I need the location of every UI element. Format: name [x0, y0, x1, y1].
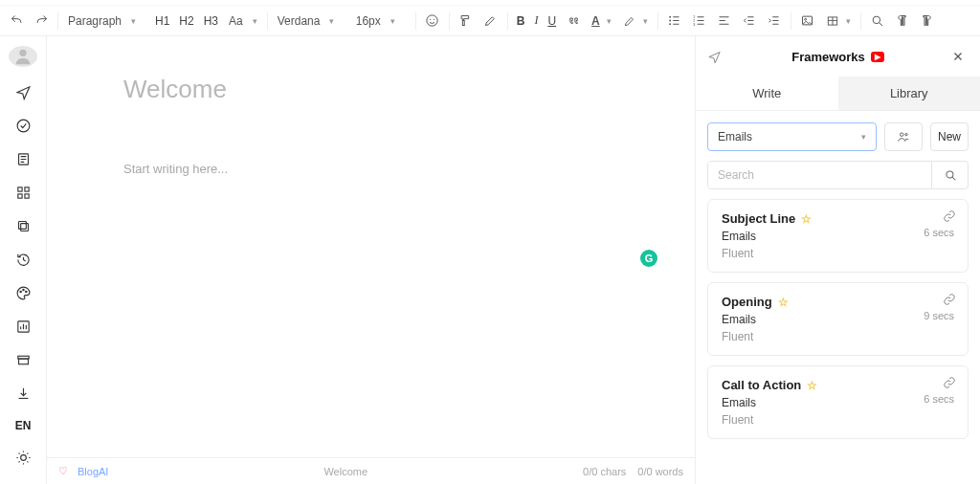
- editor-canvas[interactable]: Welcome Start writing here... G: [47, 36, 695, 457]
- underline-button[interactable]: U: [545, 14, 559, 28]
- format-paint-button[interactable]: [456, 11, 477, 32]
- card-tag: Fluent: [722, 330, 954, 343]
- svg-line-55: [952, 177, 955, 180]
- chevron-down-icon: ▾: [329, 16, 334, 26]
- svg-rect-40: [18, 222, 26, 230]
- document-title[interactable]: Welcome: [123, 75, 618, 104]
- card-title: Call to Action: [722, 378, 801, 392]
- new-button[interactable]: New: [930, 122, 969, 151]
- rail-history-icon[interactable]: [11, 252, 34, 268]
- text-case-select[interactable]: Aa ▾: [225, 14, 261, 28]
- find-button[interactable]: [867, 11, 888, 32]
- pilcrow-rtl-button[interactable]: [917, 11, 938, 32]
- brand-label[interactable]: BlogAI: [78, 466, 108, 477]
- svg-point-53: [905, 134, 907, 136]
- chevron-down-icon: ▾: [861, 132, 866, 142]
- filter-value: Emails: [718, 130, 752, 143]
- people-button[interactable]: [884, 122, 923, 151]
- italic-button[interactable]: I: [531, 13, 541, 28]
- redo-button[interactable]: [31, 11, 52, 32]
- link-icon[interactable]: [943, 209, 956, 227]
- rail-archive-icon[interactable]: [11, 352, 34, 368]
- heading-h3-button[interactable]: H3: [201, 14, 221, 28]
- separator: [860, 12, 861, 30]
- image-button[interactable]: [797, 11, 818, 32]
- svg-point-26: [805, 18, 807, 20]
- card-title: Opening: [722, 295, 772, 309]
- undo-button[interactable]: [6, 11, 27, 32]
- rail-chart-icon[interactable]: [11, 319, 34, 335]
- grammarly-badge[interactable]: G: [640, 250, 657, 267]
- svg-point-47: [20, 455, 26, 461]
- rail-note-icon[interactable]: [11, 151, 34, 167]
- search-button[interactable]: [931, 162, 968, 188]
- framework-card[interactable]: Call to Action☆ Emails 6 secs Fluent: [707, 365, 969, 439]
- rail-brightness-icon[interactable]: [11, 450, 34, 466]
- link-icon[interactable]: [943, 376, 956, 393]
- framework-card[interactable]: Opening☆ Emails 9 secs Fluent: [707, 282, 969, 356]
- heading-h2-button[interactable]: H2: [176, 14, 196, 28]
- svg-point-5: [669, 20, 671, 22]
- card-time: 6 secs: [924, 393, 954, 405]
- rail-palette-icon[interactable]: [11, 285, 34, 301]
- bullet-list-button[interactable]: [664, 11, 685, 32]
- rail-grid-icon[interactable]: [11, 185, 34, 201]
- card-category: Emails: [722, 396, 954, 409]
- indent-button[interactable]: [764, 11, 785, 32]
- separator: [449, 12, 450, 30]
- framework-card[interactable]: Subject Line☆ Emails 6 secs Fluent: [707, 199, 969, 273]
- svg-line-31: [880, 23, 882, 26]
- svg-point-32: [19, 50, 26, 56]
- rail-send-icon[interactable]: [11, 84, 34, 100]
- close-panel-button[interactable]: [947, 46, 969, 67]
- paragraph-style-label: Paragraph: [68, 14, 122, 28]
- text-color-button[interactable]: A ▾: [588, 14, 615, 28]
- svg-point-41: [19, 291, 20, 292]
- svg-point-33: [17, 120, 30, 132]
- emoji-button[interactable]: [422, 11, 443, 32]
- separator: [507, 12, 508, 30]
- rail-language[interactable]: EN: [15, 419, 32, 432]
- word-count: 0/0 words: [637, 466, 683, 477]
- card-category: Emails: [722, 230, 954, 243]
- svg-rect-38: [24, 194, 28, 198]
- svg-rect-46: [18, 359, 28, 364]
- font-family-label: Verdana: [278, 14, 321, 28]
- outdent-button[interactable]: [739, 11, 760, 32]
- align-button[interactable]: [714, 11, 735, 32]
- heading-h1-button[interactable]: H1: [152, 14, 172, 28]
- number-list-button[interactable]: 123: [689, 11, 710, 32]
- tab-write[interactable]: Write: [696, 77, 838, 110]
- panel-header: Frameworks ▶: [696, 36, 980, 77]
- tab-library[interactable]: Library: [838, 77, 981, 110]
- rail-check-icon[interactable]: [11, 118, 34, 134]
- link-icon[interactable]: [943, 293, 956, 310]
- highlight-button[interactable]: [480, 11, 501, 32]
- svg-rect-3: [463, 21, 465, 26]
- star-icon: ☆: [778, 296, 789, 309]
- svg-point-0: [427, 15, 437, 26]
- table-button[interactable]: ▾: [822, 14, 855, 28]
- star-icon: ☆: [801, 212, 812, 226]
- quote-button[interactable]: [563, 11, 584, 32]
- chevron-down-icon: ▾: [390, 16, 395, 26]
- svg-text:3: 3: [693, 23, 695, 27]
- avatar[interactable]: [9, 46, 37, 67]
- pin-icon[interactable]: [707, 50, 728, 64]
- chevron-down-icon: ▾: [131, 16, 136, 26]
- pilcrow-ltr-button[interactable]: [892, 11, 913, 32]
- font-family-select[interactable]: Verdana ▾: [274, 14, 348, 28]
- rail-copy-icon[interactable]: [11, 218, 34, 234]
- bold-button[interactable]: B: [514, 14, 528, 28]
- status-bar: ♡ BlogAI Welcome 0/0 chars 0/0 words: [47, 457, 695, 484]
- paragraph-style-select[interactable]: Paragraph ▾: [64, 14, 148, 28]
- card-time: 9 secs: [924, 310, 954, 321]
- marker-icon: [623, 14, 636, 28]
- rail-download-icon[interactable]: [11, 385, 34, 402]
- bg-color-button[interactable]: ▾: [619, 14, 652, 28]
- youtube-icon[interactable]: ▶: [871, 52, 884, 62]
- search-input[interactable]: [708, 162, 931, 188]
- char-count: 0/0 chars: [583, 466, 626, 477]
- font-size-select[interactable]: 16px ▾: [352, 14, 410, 28]
- filter-select[interactable]: Emails ▾: [707, 122, 877, 151]
